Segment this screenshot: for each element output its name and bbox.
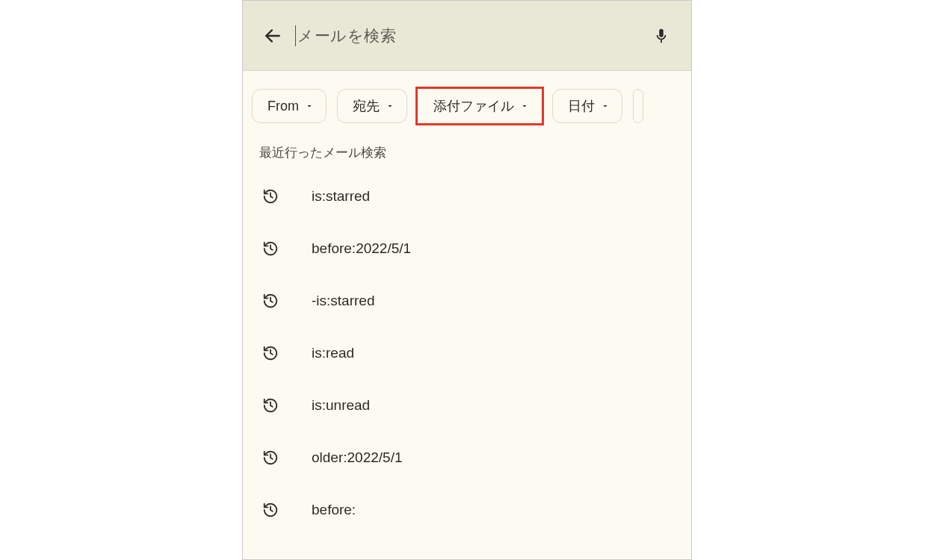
recent-search-item[interactable]: is:read xyxy=(243,327,691,379)
filter-chips-row[interactable]: From 宛先 添付ファイル 日付 xyxy=(243,71,691,141)
history-icon xyxy=(259,449,282,466)
recent-searches-list: is:starred before:2022/5/1 -is:starred i… xyxy=(243,170,691,536)
recent-search-query: older:2022/5/1 xyxy=(312,449,403,466)
recent-searches-title: 最近行ったメール検索 xyxy=(243,141,691,170)
history-icon xyxy=(259,502,282,518)
history-icon xyxy=(259,345,282,361)
chevron-down-icon xyxy=(305,102,314,111)
voice-search-button[interactable] xyxy=(646,21,676,51)
recent-search-query: -is:starred xyxy=(312,293,374,309)
microphone-icon xyxy=(653,28,669,44)
filter-chip-from[interactable]: From xyxy=(252,89,327,123)
chip-label: 宛先 xyxy=(353,97,380,115)
chip-label: 日付 xyxy=(568,97,595,115)
history-icon xyxy=(259,397,282,414)
history-icon xyxy=(259,188,282,205)
mail-search-screen: メールを検索 From 宛先 添付ファイル xyxy=(242,0,692,560)
recent-search-query: before: xyxy=(312,502,356,518)
filter-chip-attachment[interactable]: 添付ファイル xyxy=(418,89,542,123)
text-cursor xyxy=(295,25,296,46)
chevron-down-icon xyxy=(386,102,395,111)
chevron-down-icon xyxy=(601,102,610,111)
search-placeholder: メールを検索 xyxy=(297,25,396,46)
recent-search-query: is:unread xyxy=(312,397,370,414)
chip-label: 添付ファイル xyxy=(433,97,514,115)
chip-label: From xyxy=(267,99,299,114)
chevron-down-icon xyxy=(520,102,529,111)
recent-search-item[interactable]: is:starred xyxy=(243,170,691,223)
recent-search-query: is:read xyxy=(312,345,354,361)
recent-search-item[interactable]: before: xyxy=(243,484,691,536)
history-icon xyxy=(259,293,282,309)
recent-search-query: is:starred xyxy=(312,188,370,205)
filter-chip-overflow[interactable] xyxy=(633,89,643,123)
recent-search-item[interactable]: before:2022/5/1 xyxy=(243,223,691,275)
search-input[interactable]: メールを検索 xyxy=(295,25,646,46)
recent-search-item[interactable]: is:unread xyxy=(243,379,691,432)
arrow-left-icon xyxy=(263,26,282,46)
filter-chip-date[interactable]: 日付 xyxy=(552,89,622,123)
search-bar: メールを検索 xyxy=(243,1,691,71)
history-icon xyxy=(259,240,282,257)
recent-search-item[interactable]: -is:starred xyxy=(243,275,691,327)
filter-chip-to[interactable]: 宛先 xyxy=(337,89,407,123)
svg-rect-1 xyxy=(661,40,662,43)
recent-search-query: before:2022/5/1 xyxy=(312,240,411,257)
recent-search-item[interactable]: older:2022/5/1 xyxy=(243,432,691,484)
back-button[interactable] xyxy=(258,21,288,51)
